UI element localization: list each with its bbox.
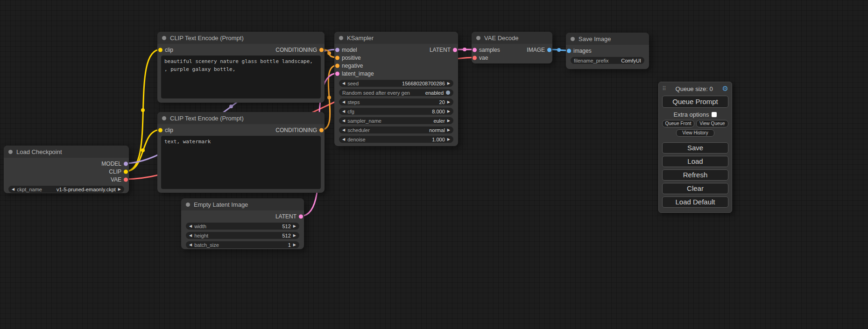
link-midpoint-dot[interactable] [141, 108, 145, 112]
prev-value-arrow-icon[interactable]: ◀ [342, 126, 345, 133]
input-label: clip [165, 127, 173, 133]
queue-menu-panel[interactable]: ⠿ Queue size: 0 ⚙ Queue Prompt Extra opt… [658, 82, 732, 213]
node-title-bar[interactable]: Load Checkpoint [4, 146, 129, 158]
increment-arrow-icon[interactable]: ▶ [293, 232, 296, 239]
widget-scheduler[interactable]: ◀ scheduler normal ▶ [339, 126, 453, 133]
increment-arrow-icon[interactable]: ▶ [293, 241, 296, 248]
widget-sampler-name[interactable]: ◀ sampler_name euler ▶ [339, 117, 453, 124]
increment-arrow-icon[interactable]: ▶ [293, 223, 296, 230]
node-vae-decode[interactable]: VAE Decode samples IMAGE vae [472, 32, 552, 63]
decrement-arrow-icon[interactable]: ◀ [342, 136, 345, 143]
widget-height[interactable]: ◀ height 512 ▶ [186, 232, 299, 239]
link-midpoint-dot[interactable] [327, 96, 331, 99]
node-ksampler[interactable]: KSampler model LATENT positive negative … [334, 32, 458, 146]
clear-button[interactable]: Clear [662, 183, 728, 194]
input-dot-clip[interactable] [158, 128, 162, 132]
decrement-arrow-icon[interactable]: ◀ [189, 232, 192, 239]
increment-arrow-icon[interactable]: ▶ [447, 136, 450, 143]
increment-arrow-icon[interactable]: ▶ [447, 108, 450, 115]
node-clip-text-encode-negative[interactable]: CLIP Text Encode (Prompt) clip CONDITION… [157, 112, 325, 193]
decrement-arrow-icon[interactable]: ◀ [189, 241, 192, 248]
node-collapse-dot-icon[interactable] [476, 36, 480, 40]
node-load-checkpoint[interactable]: Load Checkpoint MODEL CLIP VAE ◀ ckpt_na… [4, 146, 129, 193]
link-midpoint-dot[interactable] [327, 51, 331, 55]
input-dot-negative[interactable] [335, 63, 339, 68]
input-slot-positive: positive [334, 54, 458, 62]
node-graph-canvas[interactable]: Load Checkpoint MODEL CLIP VAE ◀ ckpt_na… [0, 0, 868, 329]
decrement-arrow-icon[interactable]: ◀ [342, 98, 345, 105]
widget-width[interactable]: ◀ width 512 ▶ [186, 223, 299, 230]
widget-value: 156680208700286 [402, 81, 445, 86]
node-title-bar[interactable]: Save Image [566, 33, 649, 45]
node-collapse-dot-icon[interactable] [571, 37, 575, 41]
decrement-arrow-icon[interactable]: ◀ [342, 80, 345, 87]
input-dot-latent-image[interactable] [335, 71, 339, 76]
link-midpoint-dot[interactable] [141, 148, 145, 152]
view-queue-button[interactable]: View Queue [696, 120, 728, 127]
next-value-arrow-icon[interactable]: ▶ [447, 126, 450, 133]
prev-value-arrow-icon[interactable]: ◀ [12, 186, 14, 193]
widget-cfg[interactable]: ◀ cfg 8.000 ▶ [339, 108, 453, 115]
output-label: CONDITIONING [275, 47, 317, 53]
output-dot-conditioning[interactable] [319, 48, 324, 52]
positive-prompt-textarea[interactable]: beautiful scenery nature glass bottle la… [161, 56, 321, 98]
settings-gear-icon[interactable]: ⚙ [722, 84, 728, 93]
refresh-button[interactable]: Refresh [662, 169, 728, 181]
output-dot-vae[interactable] [124, 177, 128, 182]
increment-arrow-icon[interactable]: ▶ [447, 80, 450, 87]
next-value-arrow-icon[interactable]: ▶ [118, 186, 121, 193]
queue-front-button[interactable]: Queue Front [662, 120, 694, 127]
node-collapse-dot-icon[interactable] [162, 116, 166, 120]
node-title-bar[interactable]: VAE Decode [472, 32, 552, 44]
load-default-button[interactable]: Load Default [662, 196, 728, 208]
load-button[interactable]: Load [662, 156, 728, 167]
prev-value-arrow-icon[interactable]: ◀ [342, 117, 345, 124]
node-clip-text-encode-positive[interactable]: CLIP Text Encode (Prompt) clip CONDITION… [157, 32, 325, 103]
widget-batch-size[interactable]: ◀ batch_size 1 ▶ [186, 241, 299, 248]
node-title-bar[interactable]: CLIP Text Encode (Prompt) [157, 112, 325, 124]
widget-ckpt-name[interactable]: ◀ ckpt_name v1-5-pruned-emaonly.ckpt ▶ [8, 186, 124, 193]
increment-arrow-icon[interactable]: ▶ [447, 98, 450, 105]
node-collapse-dot-icon[interactable] [339, 36, 343, 40]
widget-seed[interactable]: ◀ seed 156680208700286 ▶ [339, 80, 453, 87]
input-dot-positive[interactable] [335, 56, 339, 60]
next-value-arrow-icon[interactable]: ▶ [447, 117, 450, 124]
node-save-image[interactable]: Save Image images filename_prefix ComfyU… [566, 33, 649, 69]
input-dot-model[interactable] [335, 48, 339, 52]
link-midpoint-dot[interactable] [229, 105, 233, 108]
widget-denoise[interactable]: ◀ denoise 1.000 ▶ [339, 136, 453, 143]
view-history-button[interactable]: View History [676, 129, 714, 137]
slot-row: clip CONDITIONING [157, 126, 325, 134]
toggle-dot-icon[interactable] [446, 91, 450, 95]
queue-prompt-button[interactable]: Queue Prompt [662, 96, 728, 108]
decrement-arrow-icon[interactable]: ◀ [189, 223, 192, 230]
node-title-bar[interactable]: CLIP Text Encode (Prompt) [157, 32, 325, 44]
node-title-bar[interactable]: Empty Latent Image [181, 198, 304, 210]
node-collapse-dot-icon[interactable] [162, 36, 166, 40]
widget-random-seed-toggle[interactable]: Random seed after every gen enabled [339, 89, 453, 96]
widget-filename-prefix[interactable]: filename_prefix ComfyUI [571, 57, 644, 64]
widget-steps[interactable]: ◀ steps 20 ▶ [339, 98, 453, 105]
node-title-bar[interactable]: KSampler [334, 32, 458, 44]
negative-prompt-textarea[interactable]: text, watermark [161, 136, 321, 189]
input-dot-images[interactable] [567, 49, 571, 53]
output-dot-latent[interactable] [299, 214, 303, 218]
link-midpoint-dot[interactable] [557, 48, 561, 52]
output-dot-model[interactable] [124, 161, 128, 166]
output-dot-latent[interactable] [453, 48, 457, 52]
node-collapse-dot-icon[interactable] [8, 150, 13, 154]
output-dot-image[interactable] [547, 48, 551, 52]
input-dot-vae[interactable] [473, 56, 477, 60]
node-empty-latent-image[interactable]: Empty Latent Image LATENT ◀ width 512 ▶ … [181, 198, 304, 249]
output-dot-clip[interactable] [124, 169, 128, 174]
save-button[interactable]: Save [662, 142, 728, 154]
link-midpoint-dot[interactable] [463, 48, 466, 51]
input-dot-samples[interactable] [473, 48, 477, 52]
decrement-arrow-icon[interactable]: ◀ [342, 108, 345, 115]
extra-options-checkbox[interactable] [712, 112, 717, 117]
drag-handle-icon[interactable]: ⠿ [662, 85, 666, 92]
output-slot-vae: VAE [4, 175, 129, 183]
output-dot-conditioning[interactable] [319, 128, 324, 132]
input-dot-clip[interactable] [158, 48, 162, 52]
node-collapse-dot-icon[interactable] [186, 203, 190, 207]
